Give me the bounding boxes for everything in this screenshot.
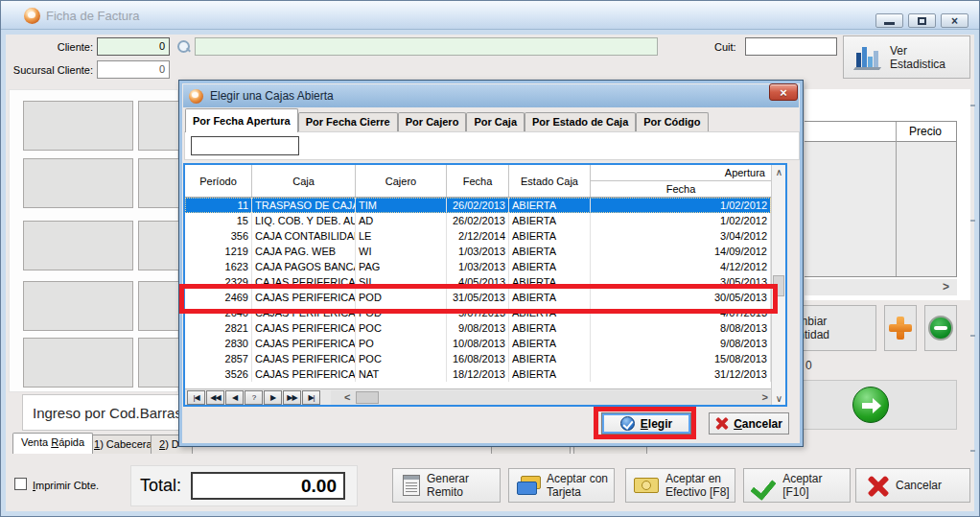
cell-caja[interactable]: CAJA PAGOS BANCARIOS xyxy=(252,259,356,274)
cell-apertura[interactable]: 4/07/2013 xyxy=(591,305,771,320)
cell-apertura[interactable]: 3/04/2012 xyxy=(591,228,771,244)
next-page-button[interactable]: ▶▶ xyxy=(283,390,301,405)
tab-por-codigo[interactable]: Por Código xyxy=(636,112,708,132)
cell-periodo[interactable]: 11 xyxy=(185,198,252,213)
grid-hscrollbar[interactable]: < > xyxy=(331,390,771,405)
cell-estado[interactable]: ABIERTA xyxy=(509,366,591,382)
grid-vscrollbar[interactable]: ∧ ∨ xyxy=(771,165,785,405)
header-caja[interactable]: Caja xyxy=(252,165,356,197)
cell-caja[interactable]: CAJAS PERIFERICAS xyxy=(252,320,356,336)
first-record-button[interactable]: |◀ xyxy=(187,390,205,405)
tab-por-estado-de-caja[interactable]: Por Estado de Caja xyxy=(525,112,636,132)
maximize-button[interactable] xyxy=(908,13,936,28)
cell-caja[interactable]: CAJAS PERIFERICAS xyxy=(252,290,356,305)
cell-fecha[interactable]: 26/02/2013 xyxy=(447,198,509,213)
header-estado-caja[interactable]: Estado Caja xyxy=(509,165,591,197)
cuit-field[interactable] xyxy=(745,37,837,56)
cell-periodo[interactable]: 2821 xyxy=(185,320,252,336)
cell-fecha[interactable]: 1/03/2013 xyxy=(447,259,509,274)
table-row[interactable]: 2329CAJAS PERIFERICASSIL4/05/2013ABIERTA… xyxy=(185,274,771,290)
header-fecha[interactable]: Fecha xyxy=(447,165,509,197)
cell-periodo[interactable]: 2646 xyxy=(185,305,252,320)
prior-page-button[interactable]: ◀◀ xyxy=(206,390,224,405)
table-row[interactable]: 3526CAJAS PERIFERICASNAT18/12/2013ABIERT… xyxy=(185,366,771,382)
cell-caja[interactable]: CAJAS PERIFERICAS xyxy=(252,351,356,366)
vscroll-thumb[interactable] xyxy=(773,275,784,296)
cell-estado[interactable]: ABIERTA xyxy=(509,259,591,274)
cell-cajero[interactable]: PO xyxy=(356,336,447,351)
detail-grid-hscrollbar[interactable]: > xyxy=(805,279,957,295)
cell-caja[interactable]: CAJAS PERIFERICAS xyxy=(252,274,356,290)
cell-cajero[interactable]: POC xyxy=(356,351,447,366)
tab-por-cajero[interactable]: Por Cajero xyxy=(398,112,467,132)
cell-periodo[interactable]: 1623 xyxy=(185,259,252,274)
cell-estado[interactable]: ABIERTA xyxy=(509,244,591,259)
last-record-button[interactable]: ▶| xyxy=(302,390,320,405)
cell-fecha[interactable]: 9/08/2013 xyxy=(447,320,509,336)
cell-periodo[interactable]: 1219 xyxy=(185,244,252,259)
cell-cajero[interactable]: LE xyxy=(356,228,447,244)
cell-estado[interactable]: ABIERTA xyxy=(509,228,591,244)
cell-caja[interactable]: LIQ. COB. Y DEB. AUTO xyxy=(252,213,356,228)
cell-cajero[interactable]: AD xyxy=(356,213,447,228)
cell-fecha[interactable]: 26/02/2013 xyxy=(447,213,509,228)
cell-fecha[interactable]: 4/05/2013 xyxy=(447,274,509,290)
cell-cajero[interactable]: TIM xyxy=(356,198,447,213)
add-item-button[interactable] xyxy=(884,305,917,351)
cell-cajero[interactable]: POC xyxy=(356,320,447,336)
header-periodo[interactable]: Período xyxy=(185,165,252,197)
cell-apertura[interactable]: 31/12/2013 xyxy=(591,366,771,382)
cell-cajero[interactable]: NAT xyxy=(356,366,447,382)
table-row[interactable]: 2830CAJAS PERIFERICASPO10/08/2013ABIERTA… xyxy=(185,336,771,351)
cell-fecha[interactable]: 18/12/2013 xyxy=(447,366,509,382)
table-row[interactable]: 2821CAJAS PERIFERICASPOC9/08/2013ABIERTA… xyxy=(185,320,771,336)
next-record-button[interactable]: ▶ xyxy=(264,390,282,405)
ver-estadistica-button[interactable]: Ver Estadistica xyxy=(843,35,970,79)
header-apertura[interactable]: Apertura Fecha xyxy=(591,165,771,197)
cell-periodo[interactable]: 2857 xyxy=(185,351,252,366)
remove-item-button[interactable] xyxy=(924,305,957,351)
cell-estado[interactable]: ABIERTA xyxy=(509,320,591,336)
aceptar-button[interactable]: Aceptar [F10] xyxy=(743,468,851,503)
close-button[interactable]: × xyxy=(941,13,968,28)
table-row[interactable]: 2646CAJAS PERIFERICASPOD5/07/2013ABIERTA… xyxy=(185,305,771,320)
table-row[interactable]: 2469CAJAS PERIFERICASPOD31/05/2013ABIERT… xyxy=(185,290,771,305)
cell-apertura[interactable]: 1/02/2012 xyxy=(591,198,771,213)
cell-cajero[interactable]: PAG xyxy=(356,259,447,274)
cell-caja[interactable]: CAJA CONTABILIDAD xyxy=(252,228,356,244)
table-row[interactable]: 1219CAJA PAG. WEBWI1/03/2013ABIERTA14/09… xyxy=(185,244,771,259)
sucursal-field[interactable]: 0 xyxy=(97,60,170,79)
cell-caja[interactable]: CAJAS PERIFERICAS xyxy=(252,305,356,320)
cell-cajero[interactable]: POD xyxy=(356,290,447,305)
generar-remito-button[interactable]: GenerarRemito xyxy=(392,468,501,503)
cell-caja[interactable]: CAJAS PERIFERICAS xyxy=(252,336,356,351)
cell-estado[interactable]: ABIERTA xyxy=(509,351,591,366)
cell-fecha[interactable]: 5/07/2013 xyxy=(447,305,509,320)
tab-por-fecha-apertura[interactable]: Por Fecha Apertura xyxy=(185,108,298,132)
cliente-name-field[interactable] xyxy=(195,37,658,56)
aceptar-tarjeta-button[interactable]: Aceptar conTarjeta xyxy=(508,468,615,503)
cell-periodo[interactable]: 2830 xyxy=(185,336,252,351)
scroll-up-icon[interactable]: ∧ xyxy=(772,167,786,177)
cancelar-button[interactable]: Cancelar xyxy=(855,468,970,503)
cell-periodo[interactable]: 2329 xyxy=(185,274,252,290)
cell-apertura[interactable]: 30/05/2013 xyxy=(591,290,771,305)
tab-por-fecha-cierre[interactable]: Por Fecha Cierre xyxy=(298,112,398,132)
tab-venta-rapida[interactable]: Venta Rápida xyxy=(12,433,93,454)
cell-estado[interactable]: ABIERTA xyxy=(509,274,591,290)
cell-periodo[interactable]: 15 xyxy=(185,213,252,228)
cell-estado[interactable]: ABIERTA xyxy=(509,336,591,351)
cell-fecha[interactable]: 16/08/2013 xyxy=(447,351,509,366)
cell-fecha[interactable]: 1/03/2013 xyxy=(447,244,509,259)
cell-apertura[interactable]: 9/08/2013 xyxy=(591,336,771,351)
quick-item-button[interactable] xyxy=(23,221,133,270)
cell-apertura[interactable]: 4/12/2012 xyxy=(591,259,771,274)
scroll-down-icon[interactable]: ∨ xyxy=(772,393,786,404)
dialog-close-button[interactable]: × xyxy=(769,83,798,101)
dialog-cancelar-button[interactable]: Cancelar xyxy=(709,412,789,435)
continue-button[interactable] xyxy=(782,380,957,430)
cell-estado[interactable]: ABIERTA xyxy=(509,213,591,228)
scroll-right-icon[interactable]: > xyxy=(762,391,768,403)
search-icon[interactable] xyxy=(176,39,191,54)
table-row[interactable]: 356CAJA CONTABILIDADLE2/12/2014ABIERTA3/… xyxy=(185,228,771,244)
